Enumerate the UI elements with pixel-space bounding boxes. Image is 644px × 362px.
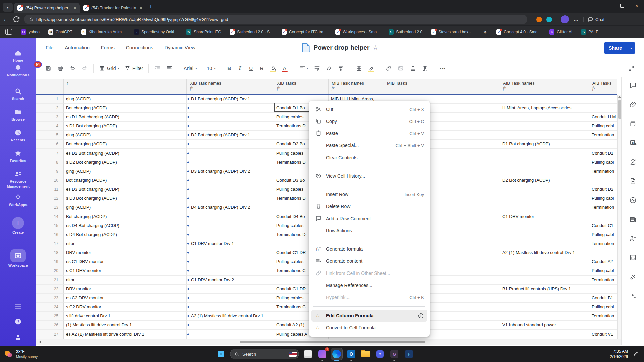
- taskbar-clock[interactable]: 7:35 AM 2/16/2026: [610, 349, 628, 359]
- grid-cell[interactable]: [500, 194, 589, 203]
- bookmark-item[interactable]: SSharePoint ITC: [186, 29, 221, 35]
- grid-cell[interactable]: Pulling cabl: [589, 158, 617, 167]
- grid-cell[interactable]: B1 Product lift controls (UPS) Drv 1: [500, 285, 589, 294]
- profile-avatar[interactable]: [561, 15, 569, 23]
- grid-cell[interactable]: s lift drive control Drv 1: [64, 312, 187, 321]
- grid-cell[interactable]: Termination: [589, 276, 617, 285]
- grid-cell[interactable]: D2 Bot charging (ACDP) Drv 1: [187, 131, 274, 140]
- bookmark-item[interactable]: ✓Workspaces - Sma...: [335, 29, 380, 35]
- grid-cell[interactable]: [500, 266, 589, 276]
- font-size-selector[interactable]: 10▾: [204, 63, 218, 74]
- menu-item-copy[interactable]: CopyCtrl + C: [311, 115, 427, 127]
- back-button[interactable]: ←: [0, 16, 11, 22]
- grid-cell[interactable]: [589, 321, 617, 330]
- vertical-scroll-thumb[interactable]: [618, 100, 621, 119]
- grid-cell[interactable]: [589, 176, 617, 185]
- grid-cell[interactable]: [187, 113, 274, 122]
- more-tools-button[interactable]: •••: [437, 63, 449, 74]
- app-menu-file[interactable]: File: [46, 45, 53, 50]
- grid-cell[interactable]: es C2 DRV monitor: [64, 294, 187, 303]
- grid-cell[interactable]: Bot charging (ACDP): [64, 176, 187, 185]
- grid-cell[interactable]: [589, 248, 617, 257]
- pen-input-icon[interactable]: [633, 351, 639, 357]
- grid-cell[interactable]: DRV monitor: [64, 285, 187, 294]
- grid-cell[interactable]: s C1 DRV monitor: [64, 266, 187, 276]
- grid-cell[interactable]: [500, 167, 589, 176]
- horizontal-scrollbar[interactable]: [36, 339, 621, 345]
- text-color-button[interactable]: A: [279, 63, 290, 74]
- underline-button[interactable]: U: [246, 63, 256, 74]
- bookmark-item[interactable]: ✓Steves sand box -...: [431, 29, 474, 35]
- grid-cell[interactable]: [187, 257, 274, 266]
- grid-cell[interactable]: [187, 230, 274, 239]
- sidebar-profile-button[interactable]: [0, 333, 36, 341]
- language-flag-icon[interactable]: [289, 352, 297, 357]
- grid-cell[interactable]: A2 (1) Mastless lift drive control Drv 1: [187, 312, 274, 321]
- row-number[interactable]: 8: [36, 158, 64, 167]
- bold-button[interactable]: B: [224, 63, 235, 74]
- outdent-button[interactable]: [151, 63, 163, 74]
- grid-cell[interactable]: Bot charging (ACDP): [64, 212, 187, 221]
- grid-cell[interactable]: ging (ACDP): [64, 167, 187, 176]
- minimize-button[interactable]: [600, 0, 614, 11]
- grid-cell[interactable]: [500, 203, 589, 212]
- sidebar-item-notifications[interactable]: 54Notifications: [0, 64, 36, 78]
- taskbar-app-sticky-notes[interactable]: [302, 348, 314, 360]
- column-header[interactable]: XIB Task namesfx: [187, 79, 274, 94]
- grid-cell[interactable]: (1) Mastless lift drive control Drv 1: [64, 321, 187, 330]
- row-number[interactable]: 14: [36, 212, 64, 221]
- taskbar-app-app-f[interactable]: F: [403, 348, 415, 360]
- cell-format-button[interactable]: [419, 63, 431, 74]
- start-button[interactable]: [215, 348, 227, 360]
- grid-cell[interactable]: [187, 149, 274, 158]
- menu-item-delete-row[interactable]: Delete Row: [311, 200, 427, 213]
- grid-cell[interactable]: Termination: [589, 203, 617, 212]
- taskbar-app-outlook[interactable]: O: [345, 348, 357, 360]
- grid-cell[interactable]: [500, 230, 589, 239]
- grid-cell[interactable]: Conduit C1: [589, 221, 617, 230]
- redo-button[interactable]: [78, 63, 91, 74]
- menu-item-row-actions[interactable]: Row Actions...: [311, 225, 427, 237]
- highlight-button[interactable]: [365, 63, 377, 74]
- row-number[interactable]: 10: [36, 176, 64, 185]
- row-number[interactable]: 13: [36, 203, 64, 212]
- row-number[interactable]: 9: [36, 167, 64, 176]
- grid-cell[interactable]: s C2 DRV monitor: [64, 303, 187, 312]
- favorite-star-icon[interactable]: ☆: [373, 44, 378, 51]
- column-header[interactable]: MIB Task namesfx: [329, 79, 384, 94]
- fileup-rail-icon[interactable]: [629, 177, 637, 185]
- app-menu-forms[interactable]: Forms: [101, 45, 115, 50]
- tab-search-button[interactable]: ▾: [3, 3, 13, 12]
- bookmark-item[interactable]: ✉yahoo: [21, 29, 40, 35]
- grid-cell[interactable]: Conduit A2: [589, 257, 617, 266]
- scroll-left-arrow[interactable]: [39, 341, 41, 343]
- sidebar-item-create[interactable]: +Create: [0, 217, 36, 235]
- menu-item-insert-row[interactable]: Insert RowInsert Key: [311, 188, 427, 200]
- bookmark-item[interactable]: SPALE: [581, 29, 598, 35]
- grid-cell[interactable]: Bot charging (ACDP): [64, 140, 187, 149]
- indent-button[interactable]: [163, 63, 175, 74]
- grid-cell[interactable]: [500, 185, 589, 194]
- grid-cell[interactable]: [187, 104, 274, 113]
- horizontal-scroll-thumb[interactable]: [240, 341, 425, 343]
- italic-button[interactable]: I: [235, 63, 246, 74]
- bookmark-item[interactable]: ✓Sutherland 2.0 - S...: [230, 29, 273, 35]
- taskbar-app-phone-link[interactable]: 1: [317, 348, 328, 360]
- grid-cell[interactable]: C1 DRV monitor: [500, 212, 589, 221]
- taskbar-app-app-g[interactable]: G: [389, 348, 400, 360]
- grid-cell[interactable]: Conduit D2: [589, 185, 617, 194]
- grid-cell[interactable]: [500, 276, 589, 285]
- bookmark-item[interactable]: ✓Concept 4.0 - Sma...: [496, 29, 541, 35]
- sidebar-item-resource-management[interactable]: ResourceManagement: [0, 170, 36, 189]
- sidebar-item-search[interactable]: Search: [0, 87, 36, 101]
- grid-cell[interactable]: [500, 131, 589, 140]
- bookmark-item[interactable]: KKiba Inuzuka Anim...: [81, 29, 125, 35]
- insert-link-button[interactable]: [383, 63, 395, 74]
- sidebar-item-browse[interactable]: Browse: [0, 108, 36, 122]
- row-number[interactable]: 5: [36, 131, 64, 140]
- grid-cell[interactable]: ging (ACDP): [64, 203, 187, 212]
- grid-cell[interactable]: D4 Bot charging (ACDP) Drv 2: [187, 203, 274, 212]
- bookmark-item[interactable]: SSutherland 2.0: [389, 29, 422, 35]
- refresh-button[interactable]: [11, 14, 21, 24]
- grid-cell[interactable]: DRV monitor: [64, 248, 187, 257]
